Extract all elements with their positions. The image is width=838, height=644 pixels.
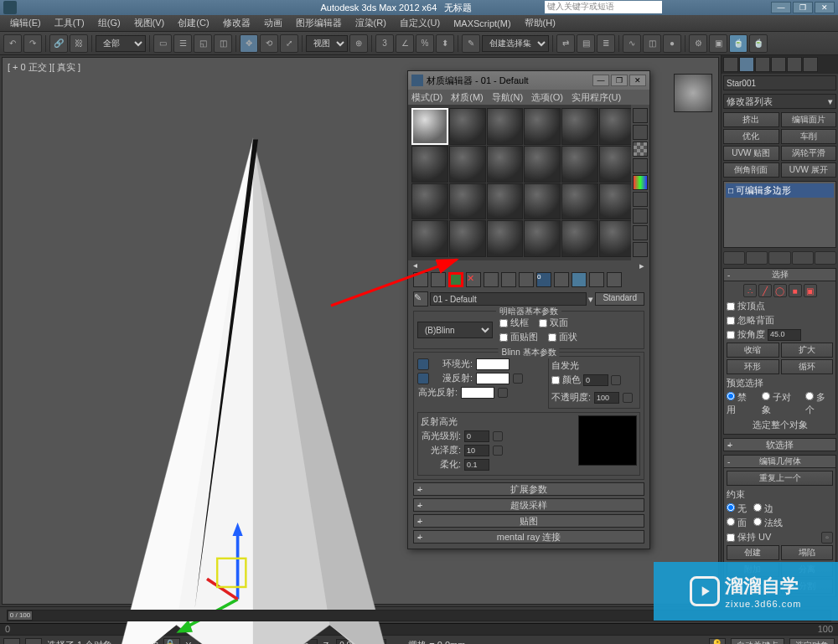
menu-maxscript[interactable]: MAXScript(M)	[447, 17, 517, 30]
sel-list-button[interactable]: 选定对象	[789, 638, 835, 645]
scale-button[interactable]: ⤢	[280, 34, 298, 53]
material-name-input[interactable]	[430, 292, 587, 306]
align-button[interactable]: ▤	[577, 34, 595, 53]
put-to-lib-button[interactable]	[519, 272, 534, 287]
unlink-button[interactable]: ⛓	[70, 34, 88, 53]
quick-render-button[interactable]: 🍵	[749, 34, 768, 53]
stack-editable-poly[interactable]: □ 可编辑多边形	[726, 183, 834, 198]
mirror-button[interactable]: ⇄	[556, 34, 575, 53]
dialog-minimize-button[interactable]: —	[592, 75, 609, 86]
self-illum-map-button[interactable]	[611, 375, 621, 385]
close-button[interactable]: ✕	[815, 2, 835, 13]
material-slot-22[interactable]	[524, 220, 561, 257]
help-search-input[interactable]: 键入关键字或短语	[545, 1, 662, 13]
soften-spinner[interactable]: 0.1	[464, 459, 489, 471]
show-in-vp-button[interactable]	[554, 272, 569, 287]
dialog-close-button[interactable]: ✕	[629, 75, 646, 86]
material-slot-1[interactable]	[411, 108, 448, 145]
stack-remove-button[interactable]	[792, 251, 814, 265]
menu-modifiers[interactable]: 修改器	[216, 15, 257, 31]
dlg-menu-options[interactable]: 选项(O)	[531, 91, 563, 104]
menu-customize[interactable]: 自定义(U)	[393, 15, 447, 31]
stack-show-button[interactable]	[746, 251, 768, 265]
material-slot-10[interactable]	[524, 146, 561, 183]
material-slot-15[interactable]	[487, 183, 524, 220]
go-parent-button[interactable]	[589, 272, 604, 287]
named-selset-dropdown[interactable]: 创建选择集	[482, 35, 549, 52]
dlg-menu-util[interactable]: 实用程序(U)	[572, 91, 621, 104]
btn-uvw-map[interactable]: UVW 贴图	[723, 146, 779, 161]
material-slot-23[interactable]	[561, 220, 598, 257]
rotate-button[interactable]: ⟲	[260, 34, 278, 53]
btn-shrink[interactable]: 收缩	[727, 343, 779, 358]
spinner-snap-button[interactable]: ⬍	[436, 34, 454, 53]
rollout-geom-header[interactable]: 编辑几何体	[723, 455, 836, 468]
material-preview-cube-icon[interactable]	[674, 74, 712, 112]
material-slot-4[interactable]	[524, 108, 561, 145]
material-slot-5[interactable]	[561, 108, 598, 145]
backlight-button[interactable]	[633, 125, 648, 140]
auto-key-button[interactable]: 自动关键点	[731, 638, 784, 645]
subobj-edge-icon[interactable]: ╱	[758, 284, 772, 297]
faceted-checkbox[interactable]	[548, 333, 556, 342]
mat-id-button[interactable]: 0	[536, 272, 551, 287]
material-slot-21[interactable]	[487, 220, 524, 257]
ext-rollout-header[interactable]: 扩展参数	[510, 483, 547, 496]
ref-coord-dropdown[interactable]: 视图	[306, 35, 348, 52]
render-button[interactable]: 🍵	[729, 34, 747, 53]
sample-type-button[interactable]	[633, 108, 648, 123]
material-slot-20[interactable]	[449, 220, 486, 257]
menu-group[interactable]: 组(G)	[91, 15, 127, 31]
constraint-none-radio[interactable]	[727, 503, 735, 512]
dlg-menu-material[interactable]: 材质(M)	[451, 91, 484, 104]
spec-level-spinner[interactable]: 0	[464, 430, 489, 442]
mental-rollout-header[interactable]: mental ray 连接	[497, 531, 561, 544]
material-slot-24[interactable]	[599, 220, 636, 257]
tab-modify-icon[interactable]	[739, 57, 754, 72]
background-button[interactable]	[633, 142, 648, 157]
selection-filter-dropdown[interactable]: 全部	[96, 35, 146, 52]
redo-button[interactable]: ↷	[23, 34, 42, 53]
dlg-menu-mode[interactable]: 模式(D)	[411, 91, 442, 104]
schematic-button[interactable]: ◫	[643, 34, 661, 53]
btn-optimize[interactable]: 优化	[723, 129, 779, 144]
dialog-maximize-button[interactable]: ❐	[611, 75, 628, 86]
subobj-vertex-icon[interactable]: ∴	[743, 284, 757, 297]
menu-edit[interactable]: 编辑(E)	[3, 15, 48, 31]
material-slot-8[interactable]	[449, 146, 486, 183]
material-slot-11[interactable]	[561, 146, 598, 183]
material-slot-12[interactable]	[599, 146, 636, 183]
diffuse-map-button[interactable]	[513, 374, 523, 384]
btn-ring[interactable]: 环形	[727, 359, 779, 374]
dlg-menu-nav[interactable]: 导航(N)	[492, 91, 523, 104]
select-button[interactable]: ▭	[153, 34, 172, 53]
constraint-edge-radio[interactable]	[753, 503, 762, 512]
assign-material-button[interactable]	[448, 272, 463, 287]
shader-type-dropdown[interactable]: (B)Blinn	[417, 322, 493, 338]
menu-graph[interactable]: 图形编辑器	[289, 15, 349, 31]
menu-views[interactable]: 视图(V)	[127, 15, 172, 31]
ignore-backface-checkbox[interactable]	[727, 317, 735, 325]
btn-extrude[interactable]: 挤出	[723, 112, 779, 127]
link-button[interactable]: 🔗	[49, 34, 68, 53]
subobj-border-icon[interactable]: ◯	[773, 284, 787, 297]
material-slot-19[interactable]	[411, 220, 448, 257]
mat-map-nav-button[interactable]	[633, 242, 648, 257]
btn-uvw-unwrap[interactable]: UVW 展开	[781, 162, 837, 178]
ambient-lock-icon[interactable]	[417, 358, 429, 370]
menu-help[interactable]: 帮助(H)	[518, 15, 562, 31]
twosided-checkbox[interactable]	[539, 319, 547, 327]
wire-checkbox[interactable]	[499, 319, 508, 327]
go-forward-button[interactable]	[607, 272, 622, 287]
make-preview-button[interactable]	[633, 192, 648, 207]
snap-toggle-button[interactable]: 3	[375, 34, 394, 53]
select-by-mat-button[interactable]	[633, 225, 648, 240]
ambient-color-swatch[interactable]	[476, 358, 510, 370]
maps-rollout-header[interactable]: 贴图	[520, 515, 538, 528]
keep-uv-settings-button[interactable]: ▫	[821, 532, 833, 544]
super-rollout-header[interactable]: 超级采样	[510, 499, 547, 512]
spec-level-map-button[interactable]	[493, 431, 503, 441]
dialog-titlebar[interactable]: 材质编辑器 - 01 - Default — ❐ ✕	[408, 71, 649, 90]
self-illum-color-checkbox[interactable]	[551, 376, 560, 384]
diffuse-color-swatch[interactable]	[476, 373, 510, 384]
